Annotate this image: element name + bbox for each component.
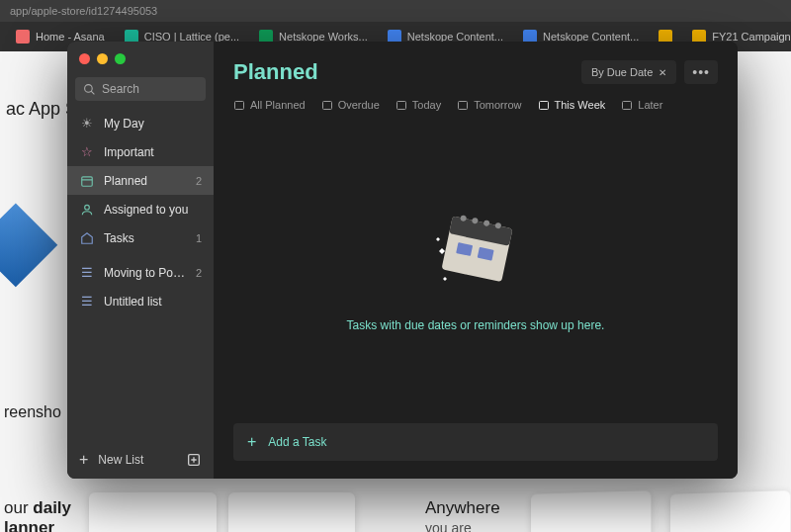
filter-tab-later[interactable]: Later (621, 99, 662, 111)
filter-tabs: All Planned Overdue Today Tomorrow This … (233, 99, 718, 111)
minimize-window-icon[interactable] (97, 53, 108, 64)
bg-text: reensho (4, 403, 61, 421)
list-icon: ☰ (79, 294, 94, 309)
filter-tab-all[interactable]: All Planned (233, 99, 306, 111)
sidebar-item-planned[interactable]: Planned 2 (67, 166, 214, 195)
sidebar-list-item[interactable]: ☰ Untitled list (67, 287, 214, 315)
search-input[interactable] (102, 82, 198, 96)
more-menu-button[interactable]: ••• (684, 60, 718, 84)
filter-tab-tomorrow[interactable]: Tomorrow (457, 99, 521, 111)
app-store-logo (0, 203, 57, 287)
svg-rect-2 (81, 176, 92, 185)
sidebar: ☀ My Day ☆ Important Planned 2 Assigned … (67, 42, 214, 479)
calendar-icon (621, 99, 633, 111)
empty-state-text: Tasks with due dates or reminders show u… (347, 318, 605, 332)
browser-address-bar: app/apple-store/id1274495053 (0, 0, 791, 22)
page-title: Planned (233, 59, 318, 85)
sidebar-item-tasks[interactable]: Tasks 1 (67, 223, 214, 252)
search-icon (83, 83, 96, 96)
count-badge: 2 (196, 267, 202, 279)
count-badge: 1 (196, 232, 202, 244)
todo-app-window: ☀ My Day ☆ Important Planned 2 Assigned … (67, 42, 738, 479)
svg-rect-8 (235, 102, 244, 110)
svg-rect-13 (623, 102, 632, 110)
sort-button[interactable]: By Due Date ✕ (581, 60, 676, 84)
filter-tab-today[interactable]: Today (396, 99, 441, 111)
maximize-window-icon[interactable] (115, 53, 126, 64)
sun-icon: ☀ (79, 116, 94, 131)
url-text: app/apple-store/id1274495053 (10, 5, 157, 17)
count-badge: 2 (196, 175, 202, 187)
svg-rect-9 (322, 102, 331, 110)
calendar-icon (79, 173, 94, 188)
svg-point-4 (84, 205, 89, 210)
svg-line-1 (91, 91, 94, 94)
tab-favicon (16, 30, 30, 44)
screenshot-gallery (89, 478, 791, 532)
calendar-icon (233, 99, 245, 111)
add-task-button[interactable]: + Add a Task (233, 423, 718, 461)
filter-tab-this-week[interactable]: This Week (538, 99, 606, 111)
screenshot-thumb (531, 490, 651, 532)
sidebar-item-important[interactable]: ☆ Important (67, 137, 214, 166)
screenshot-thumb (228, 492, 356, 532)
search-box[interactable] (75, 77, 206, 101)
svg-rect-11 (459, 102, 468, 110)
calendar-illustration-icon (421, 202, 530, 301)
sidebar-item-my-day[interactable]: ☀ My Day (67, 109, 214, 137)
star-icon: ☆ (79, 144, 94, 159)
main-header: Planned By Due Date ✕ ••• (233, 59, 718, 85)
main-content: Planned By Due Date ✕ ••• All Planned Ov… (214, 42, 738, 479)
window-controls (79, 53, 126, 64)
close-window-icon[interactable] (79, 53, 90, 64)
svg-point-0 (85, 84, 93, 92)
home-icon (79, 230, 94, 245)
empty-state: Tasks with due dates or reminders show u… (233, 111, 718, 423)
new-group-icon[interactable] (186, 452, 202, 468)
screenshot-thumb (670, 490, 790, 532)
sidebar-footer: + New List (67, 441, 214, 479)
new-list-button[interactable]: + New List (79, 451, 143, 469)
person-icon (79, 202, 94, 217)
svg-rect-10 (396, 102, 405, 110)
sidebar-item-assigned[interactable]: Assigned to you (67, 195, 214, 223)
sidebar-list-item[interactable]: ☰ Moving to Portland 2 (67, 258, 214, 287)
screenshot-thumb (89, 492, 217, 532)
close-icon[interactable]: ✕ (659, 67, 666, 78)
plus-icon: + (247, 433, 256, 451)
list-icon: ☰ (79, 265, 94, 280)
calendar-icon (396, 99, 407, 111)
plus-icon: + (79, 451, 88, 469)
calendar-icon (457, 99, 469, 111)
bg-text: our daily lanner (4, 498, 71, 532)
svg-rect-12 (539, 102, 548, 110)
ellipsis-icon: ••• (692, 64, 710, 80)
calendar-icon (321, 99, 333, 111)
filter-tab-overdue[interactable]: Overdue (321, 99, 380, 111)
calendar-icon (538, 99, 550, 111)
